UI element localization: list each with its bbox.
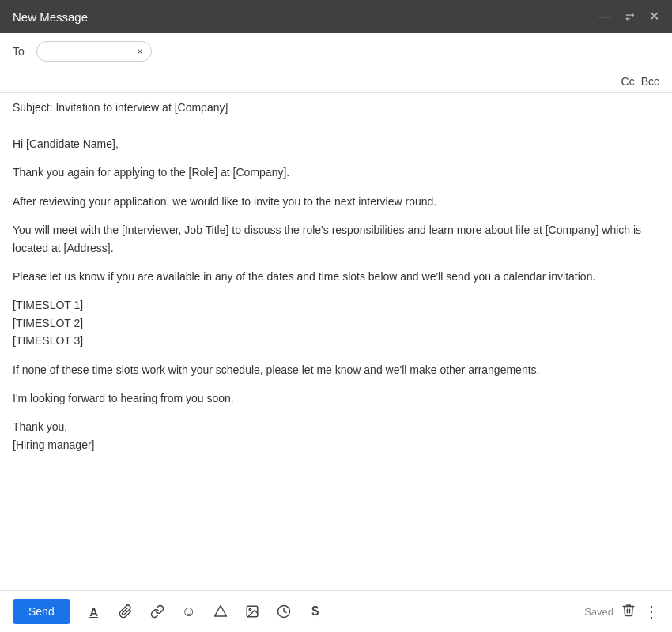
closing-thanks: Thank you,	[13, 420, 67, 433]
schedule-send-icon[interactable]	[273, 600, 295, 623]
cc-bcc-links: Cc Bcc	[621, 75, 659, 88]
title-bar: New Message — ⥂ ✕	[0, 0, 672, 33]
saved-label: Saved	[584, 606, 613, 618]
body-p2: Thank you again for applying to the [Rol…	[13, 164, 659, 181]
attach-icon[interactable]	[115, 600, 137, 623]
title-bar-controls: — ⥂ ✕	[598, 10, 659, 23]
send-button[interactable]: Send	[13, 599, 70, 624]
closing-name: [Hiring manager]	[13, 438, 95, 451]
svg-marker-0	[214, 606, 226, 617]
body-p3: After reviewing your application, we wou…	[13, 193, 659, 210]
minimize-button[interactable]: —	[598, 10, 611, 23]
to-clear-button[interactable]: ×	[137, 45, 143, 58]
photo-icon[interactable]	[241, 600, 263, 623]
bcc-button[interactable]: Bcc	[641, 75, 659, 88]
svg-point-2	[249, 608, 251, 610]
body-p1: Hi [Candidate Name],	[13, 135, 659, 152]
drive-icon[interactable]	[210, 600, 232, 623]
format-text-icon[interactable]: A	[83, 600, 105, 623]
body-p9-closing: Thank you, [Hiring manager]	[13, 418, 659, 453]
more-options-button[interactable]: ⋮	[644, 602, 659, 621]
link-icon[interactable]	[146, 600, 168, 623]
body-p4: You will meet with the [Interviewer, Job…	[13, 221, 659, 257]
body-p8: I'm looking forward to hearing from you …	[13, 389, 659, 407]
to-row: To ×	[0, 33, 672, 70]
subject-text: Subject: Invitation to interview at [Com…	[13, 101, 228, 114]
to-input[interactable]	[45, 45, 132, 58]
body-p5: Please let us know if you are available …	[13, 268, 659, 285]
body-area[interactable]: Hi [Candidate Name], Thank you again for…	[0, 122, 672, 590]
cc-bcc-row: Cc Bcc	[0, 70, 672, 93]
timeslot-3: [TIMESLOT 3]	[13, 334, 83, 347]
body-p6-timeslots: [TIMESLOT 1] [TIMESLOT 2] [TIMESLOT 3]	[13, 296, 659, 349]
window-title: New Message	[13, 10, 88, 24]
maximize-button[interactable]: ⥂	[625, 11, 635, 22]
toolbar: Send A ☺	[0, 590, 672, 632]
compose-window: New Message — ⥂ ✕ To × Cc Bcc Subject: I…	[0, 0, 672, 632]
subject-row: Subject: Invitation to interview at [Com…	[0, 93, 672, 122]
to-label: To	[13, 45, 28, 58]
to-input-wrapper[interactable]: ×	[36, 41, 152, 62]
timeslot-2: [TIMESLOT 2]	[13, 317, 83, 329]
dollar-icon[interactable]: $	[304, 600, 327, 623]
toolbar-saved-area: Saved ⋮	[584, 602, 659, 621]
close-button[interactable]: ✕	[649, 10, 659, 23]
emoji-icon[interactable]: ☺	[178, 600, 200, 623]
delete-button[interactable]	[621, 603, 636, 621]
cc-button[interactable]: Cc	[621, 75, 635, 88]
timeslot-1: [TIMESLOT 1]	[13, 299, 83, 311]
body-p7: If none of these time slots work with yo…	[13, 361, 659, 378]
